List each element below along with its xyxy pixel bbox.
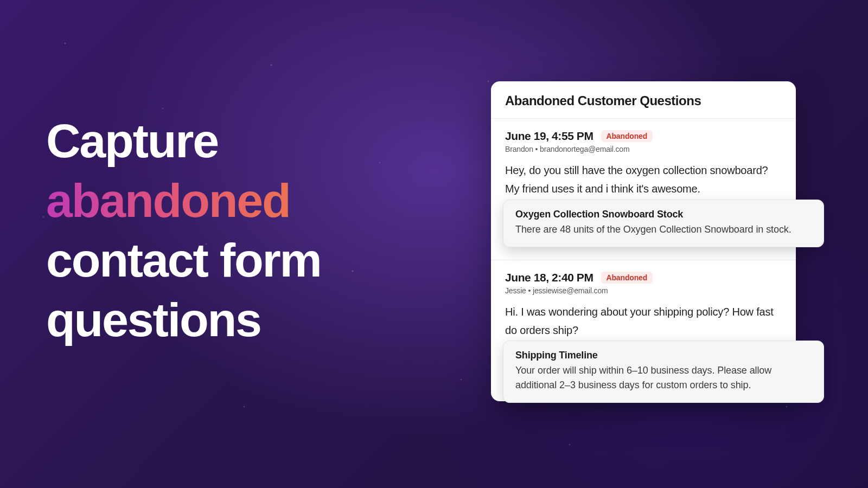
question-timestamp: June 19, 4:55 PM (505, 130, 593, 143)
question-timestamp: June 18, 2:40 PM (505, 271, 593, 284)
question-meta: Brandon • brandonortega@email.com (505, 145, 782, 153)
hero-line-3: contact form (46, 230, 321, 290)
hero-line-1: Capture (46, 111, 321, 171)
answer-title: Oxygen Collection Snowboard Stock (515, 209, 812, 220)
question-meta: Jessie • jessiewise@email.com (505, 286, 782, 295)
abandoned-badge: Abandoned (601, 272, 653, 284)
answer-card[interactable]: Oxygen Collection Snowboard Stock There … (503, 200, 824, 247)
abandoned-badge: Abandoned (601, 130, 653, 142)
question-customer-email: brandonortega@email.com (540, 145, 629, 153)
hero-highlight: abandoned (46, 171, 321, 230)
question-body: Hey, do you still have the oxygen collec… (505, 161, 782, 198)
hero-line-4: questions (46, 290, 321, 350)
panel-title: Abandoned Customer Questions (491, 81, 796, 119)
question-header: June 18, 2:40 PM Abandoned (505, 271, 782, 284)
answer-body: There are 48 units of the Oxygen Collect… (515, 222, 812, 237)
hero-headline: Capture abandoned contact form questions (46, 111, 321, 350)
question-customer-name: Jessie (505, 286, 526, 295)
question-body: Hi. I was wondering about your shipping … (505, 303, 782, 339)
question-header: June 19, 4:55 PM Abandoned (505, 130, 782, 143)
question-customer-email: jessiewise@email.com (533, 286, 608, 295)
answer-body: Your order will ship within 6–10 busines… (515, 363, 812, 393)
answer-card[interactable]: Shipping Timeline Your order will ship w… (503, 341, 824, 403)
answer-title: Shipping Timeline (515, 350, 812, 361)
question-customer-name: Brandon (505, 145, 533, 153)
